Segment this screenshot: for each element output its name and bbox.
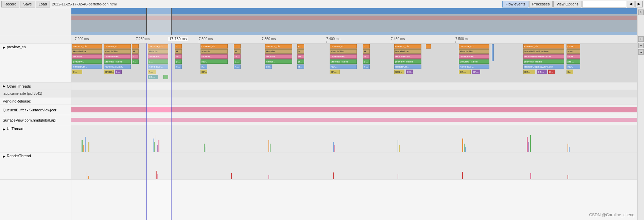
flame-block[interactable]: receive... bbox=[201, 54, 228, 59]
flame-block[interactable]: b... bbox=[72, 70, 82, 74]
flame-block[interactable]: re... bbox=[297, 54, 304, 59]
flame-block[interactable]: camera_cb bbox=[394, 44, 421, 49]
flame-block[interactable]: receive... bbox=[265, 54, 292, 59]
flame-block[interactable]: c... bbox=[175, 44, 182, 49]
flame-block[interactable]: f... bbox=[132, 59, 139, 64]
flame-block[interactable]: h... bbox=[175, 65, 182, 69]
flame-block[interactable]: preview... bbox=[72, 59, 102, 64]
flame-block[interactable]: c... bbox=[297, 44, 304, 49]
flame-block[interactable]: H... bbox=[175, 49, 182, 54]
flame-block[interactable]: H... bbox=[297, 49, 304, 54]
render-thread-track[interactable] bbox=[71, 152, 644, 180]
nav-prev-button[interactable]: ◀ bbox=[627, 1, 634, 7]
render-thread-arrow[interactable]: ▶ bbox=[3, 154, 5, 158]
ui-thread-track[interactable] bbox=[71, 125, 644, 152]
flame-block[interactable]: h... bbox=[297, 65, 304, 69]
ui-thread-arrow[interactable]: ▶ bbox=[3, 127, 5, 131]
flame-block[interactable]: preview_frame bbox=[330, 59, 357, 64]
flame-block[interactable]: camera_cb bbox=[148, 44, 168, 49]
flame-block[interactable]: Han... bbox=[567, 49, 580, 54]
time-ruler[interactable]: 7.200 ms 7.250 ms 7.300 ms 7.350 ms 7.40… bbox=[71, 35, 644, 43]
flame-block[interactable] bbox=[492, 44, 494, 61]
flame-block[interactable]: HandleStar... bbox=[394, 49, 421, 54]
flame-block[interactable]: preview_frame bbox=[394, 59, 421, 64]
flame-block[interactable]: bin... bbox=[406, 70, 413, 74]
flame-block[interactable]: receiveP... bbox=[148, 54, 168, 59]
flame-block[interactable]: p... bbox=[234, 59, 241, 64]
flame-block[interactable] bbox=[163, 75, 168, 79]
flame-block[interactable]: camera_cb bbox=[523, 44, 564, 49]
flame-block[interactable]: bin... bbox=[201, 70, 207, 74]
flame-block[interactable]: camera_cb bbox=[72, 44, 102, 49]
flame-block[interactable]: HandleStar... bbox=[72, 49, 102, 54]
flame-block[interactable]: camera_cb bbox=[330, 44, 357, 49]
tracks-container[interactable]: camera_cb HandleStar... receive... previ… bbox=[71, 43, 644, 220]
flame-block[interactable]: h... bbox=[201, 65, 207, 69]
fit-button[interactable]: ↔ bbox=[638, 49, 644, 55]
overview-bar[interactable] bbox=[71, 8, 644, 35]
flame-block[interactable]: rece... bbox=[567, 54, 580, 59]
flame-block[interactable]: handleCbData... bbox=[104, 65, 131, 69]
flame-block[interactable]: handleCb... bbox=[72, 65, 102, 69]
cursor-button[interactable]: ↖ bbox=[638, 10, 644, 15]
other-threads-arrow[interactable]: ▶ bbox=[3, 84, 5, 88]
flame-block[interactable]: handleCb... bbox=[148, 65, 168, 69]
record-button[interactable]: Record bbox=[1, 1, 19, 7]
flame-block[interactable]: HandleStartPreview bbox=[523, 49, 564, 54]
flame-block[interactable] bbox=[426, 44, 431, 49]
flame-block[interactable]: cam... bbox=[567, 44, 580, 49]
flame-block[interactable]: camera_cb bbox=[104, 44, 131, 49]
flame-block[interactable]: preview_frame bbox=[523, 59, 564, 64]
flame-block[interactable]: receivePreviewFrame bbox=[523, 54, 564, 59]
flame-block[interactable]: bin... bbox=[523, 70, 535, 74]
flame-block[interactable]: b... bbox=[115, 70, 122, 74]
flame-block[interactable]: c... bbox=[234, 44, 241, 49]
flame-block[interactable]: h... bbox=[148, 70, 156, 74]
flame-block[interactable]: han... bbox=[394, 70, 404, 74]
nav-next-button[interactable]: ▶ bbox=[635, 1, 643, 7]
flame-block[interactable]: Handle... bbox=[148, 49, 168, 54]
flame-block[interactable]: bin... bbox=[330, 70, 340, 74]
flame-block[interactable]: re... bbox=[175, 54, 182, 59]
flame-block[interactable]: re... bbox=[234, 54, 241, 59]
flame-block[interactable]: Handle... bbox=[265, 49, 292, 54]
flame-block[interactable]: handl... bbox=[265, 59, 292, 64]
flame-block[interactable]: h... bbox=[234, 65, 241, 69]
flame-block[interactable]: H... bbox=[132, 49, 139, 54]
flame-block[interactable]: preview_frame bbox=[104, 59, 131, 64]
flame-block[interactable]: H... bbox=[234, 49, 241, 54]
flame-block[interactable]: binder... bbox=[104, 70, 114, 74]
flame-block[interactable]: handleCbDataWithLock bbox=[523, 65, 564, 69]
zoom-in-button[interactable]: + bbox=[638, 36, 644, 42]
search-input[interactable] bbox=[582, 1, 626, 7]
view-options-button[interactable]: View Options bbox=[553, 1, 581, 7]
flame-block[interactable]: preview_frame bbox=[459, 59, 489, 64]
flame-block[interactable]: b... bbox=[548, 70, 555, 74]
flame-block[interactable]: han... bbox=[567, 65, 580, 69]
flame-block[interactable]: H... bbox=[363, 49, 370, 54]
flame-block[interactable]: bin... bbox=[265, 65, 272, 69]
flame-block[interactable]: handleCb... bbox=[394, 65, 421, 69]
timeline-area[interactable]: 7.200 ms 7.250 ms 7.300 ms 7.350 ms 7.40… bbox=[71, 8, 644, 220]
zoom-out-button[interactable]: − bbox=[638, 43, 644, 48]
flame-block[interactable]: b... bbox=[567, 70, 573, 74]
flame-block[interactable]: HandleStar... bbox=[459, 49, 489, 54]
flame-block[interactable]: receivePrev... bbox=[104, 54, 131, 59]
preview-cb-arrow[interactable]: ▶ bbox=[3, 45, 5, 49]
flame-block[interactable]: h... bbox=[363, 65, 370, 69]
flame-block[interactable]: camera_cb bbox=[459, 44, 489, 49]
surface-view-track[interactable] bbox=[71, 115, 644, 125]
preview-cb-track[interactable]: camera_cb HandleStar... receive... previ… bbox=[71, 43, 644, 82]
load-button[interactable]: Load bbox=[36, 1, 50, 7]
queued-buffer-track[interactable] bbox=[71, 105, 644, 115]
flow-events-button[interactable]: Flow events bbox=[502, 1, 528, 7]
flame-block[interactable]: p... bbox=[175, 59, 182, 64]
flame-block[interactable]: p... bbox=[297, 59, 304, 64]
flame-block[interactable]: re... bbox=[363, 54, 370, 59]
flame-block[interactable]: receivePrev... bbox=[330, 54, 357, 59]
flame-block[interactable]: bin... bbox=[537, 70, 547, 74]
flame-block[interactable]: p... bbox=[363, 59, 370, 64]
flame-block[interactable]: p... bbox=[148, 59, 168, 64]
flame-block[interactable]: Handle... bbox=[201, 49, 228, 54]
flame-block[interactable]: r... bbox=[132, 54, 139, 59]
